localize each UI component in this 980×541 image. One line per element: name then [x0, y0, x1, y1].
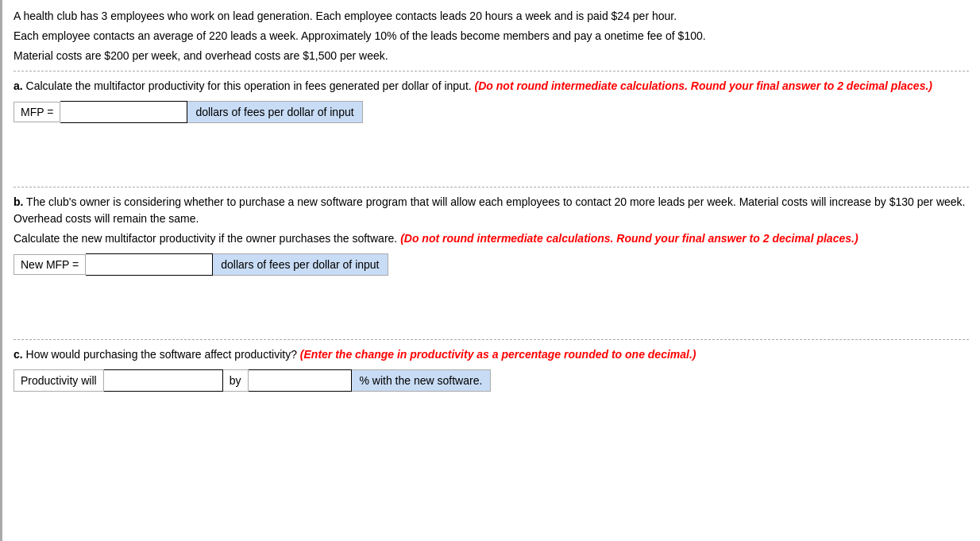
page-container: A health club has 3 employees who work o…: [0, 0, 980, 541]
new-mfp-unit: dollars of fees per dollar of input: [213, 253, 388, 276]
part-c-instruction: (Enter the change in productivity as a p…: [300, 348, 696, 361]
part-b-text: b. The club's owner is considering wheth…: [14, 194, 969, 227]
mfp-answer-row: MFP = dollars of fees per dollar of inpu…: [14, 101, 969, 123]
mfp-label: MFP =: [14, 102, 60, 122]
productivity-label: Productivity will: [14, 369, 104, 392]
section-a: a. Calculate the multifactor productivit…: [14, 71, 969, 123]
intro-line1: A health club has 3 employees who work o…: [14, 8, 969, 25]
section-c: c. How would purchasing the software aff…: [14, 339, 969, 392]
part-b-instruction: (Do not round intermediate calculations.…: [400, 232, 858, 245]
intro-line3: Material costs are $200 per week, and ov…: [14, 48, 969, 64]
productivity-unit: % with the new software.: [352, 369, 492, 392]
part-a-text: a. Calculate the multifactor productivit…: [14, 78, 969, 95]
part-c-text: c. How would purchasing the software aff…: [14, 346, 969, 363]
new-mfp-input[interactable]: [86, 253, 213, 276]
productivity-row: Productivity will by % with the new soft…: [14, 369, 969, 392]
section-b: b. The club's owner is considering wheth…: [14, 187, 969, 276]
productivity-by: by: [223, 369, 249, 392]
new-mfp-answer-row: New MFP = dollars of fees per dollar of …: [14, 253, 969, 276]
productivity-percent-input[interactable]: [249, 369, 352, 392]
part-b-line2: Calculate the new multifactor productivi…: [14, 230, 969, 247]
mfp-unit: dollars of fees per dollar of input: [187, 101, 362, 123]
intro-line2: Each employee contacts an average of 220…: [14, 28, 969, 44]
new-mfp-label: New MFP =: [14, 254, 86, 275]
productivity-direction-input[interactable]: [104, 369, 223, 392]
part-a-instruction: (Do not round intermediate calculations.…: [475, 79, 932, 92]
part-a-label: a.: [14, 79, 23, 92]
part-b-label: b.: [14, 195, 23, 208]
mfp-input[interactable]: [60, 101, 187, 123]
part-c-label: c.: [14, 348, 23, 361]
